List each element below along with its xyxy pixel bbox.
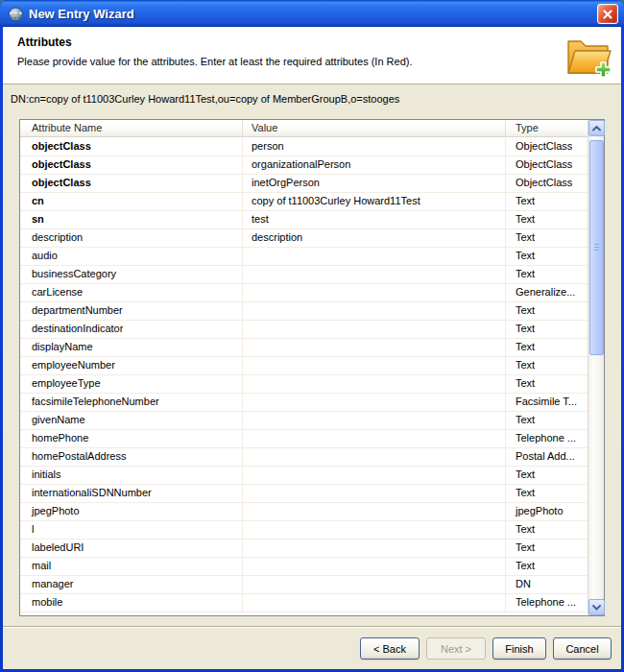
table-row[interactable]: mailText bbox=[20, 558, 588, 576]
value-cell[interactable] bbox=[243, 357, 506, 374]
table-row[interactable]: displayNameText bbox=[20, 339, 588, 357]
attribute-name-cell[interactable]: employeeNumber bbox=[20, 357, 243, 374]
scroll-up-button[interactable] bbox=[588, 120, 605, 136]
value-cell[interactable] bbox=[243, 540, 506, 557]
table-row[interactable]: labeledURIText bbox=[20, 540, 588, 558]
attribute-name-cell[interactable]: l bbox=[20, 521, 243, 539]
next-button[interactable]: Next > bbox=[426, 637, 486, 660]
value-cell[interactable] bbox=[243, 394, 506, 411]
value-cell[interactable] bbox=[243, 448, 506, 466]
attribute-name-cell[interactable]: homePostalAddress bbox=[20, 448, 243, 466]
value-cell[interactable] bbox=[243, 302, 506, 320]
column-header-attribute-name[interactable]: Attribute Name bbox=[20, 120, 243, 136]
table-row[interactable]: homePostalAddressPostal Add... bbox=[20, 448, 588, 467]
value-cell[interactable] bbox=[243, 266, 506, 283]
value-cell[interactable]: inetOrgPerson bbox=[243, 175, 506, 192]
attribute-name-cell[interactable]: businessCategory bbox=[20, 266, 243, 283]
type-cell[interactable]: Postal Add... bbox=[506, 448, 588, 466]
attribute-name-cell[interactable]: description bbox=[20, 229, 243, 247]
value-cell[interactable] bbox=[243, 321, 506, 338]
column-header-value[interactable]: Value bbox=[243, 120, 506, 136]
value-cell[interactable] bbox=[243, 576, 506, 593]
type-cell[interactable]: Text bbox=[506, 412, 588, 429]
table-row[interactable]: lText bbox=[20, 521, 588, 540]
attribute-name-cell[interactable]: homePhone bbox=[20, 430, 243, 447]
type-cell[interactable]: Text bbox=[506, 321, 588, 338]
attribute-name-cell[interactable]: objectClass bbox=[20, 138, 243, 156]
value-cell[interactable]: organizationalPerson bbox=[243, 156, 506, 174]
attribute-name-cell[interactable]: departmentNumber bbox=[20, 302, 243, 320]
type-cell[interactable]: Text bbox=[506, 339, 588, 356]
table-row[interactable]: objectClasspersonObjectClass bbox=[20, 138, 588, 156]
value-cell[interactable] bbox=[243, 430, 506, 447]
attribute-name-cell[interactable]: carLicense bbox=[20, 284, 243, 301]
type-cell[interactable]: Text bbox=[506, 266, 588, 283]
table-row[interactable]: objectClassorganizationalPersonObjectCla… bbox=[20, 156, 588, 175]
value-cell[interactable] bbox=[243, 521, 506, 539]
value-cell[interactable]: test bbox=[243, 211, 506, 228]
table-row[interactable]: businessCategoryText bbox=[20, 266, 588, 284]
type-cell[interactable]: jpegPhoto bbox=[506, 503, 588, 520]
table-row[interactable]: managerDN bbox=[20, 576, 588, 594]
type-cell[interactable]: ObjectClass bbox=[506, 175, 588, 192]
value-cell[interactable]: description bbox=[243, 229, 506, 247]
type-cell[interactable]: Text bbox=[506, 558, 588, 575]
table-row[interactable]: audioText bbox=[20, 248, 588, 266]
value-cell[interactable] bbox=[243, 412, 506, 429]
type-cell[interactable]: Text bbox=[506, 229, 588, 247]
type-cell[interactable]: ObjectClass bbox=[506, 138, 588, 156]
table-row[interactable]: sntestText bbox=[20, 211, 588, 229]
cancel-button[interactable]: Cancel bbox=[553, 637, 612, 660]
attribute-name-cell[interactable]: destinationIndicator bbox=[20, 321, 243, 338]
table-row[interactable]: facsimileTelephoneNumberFacsimile T... bbox=[20, 394, 588, 412]
type-cell[interactable]: ObjectClass bbox=[506, 156, 588, 174]
table-row[interactable]: initialsText bbox=[20, 467, 588, 485]
type-cell[interactable]: Telephone ... bbox=[506, 430, 588, 447]
table-row[interactable]: departmentNumberText bbox=[20, 302, 588, 321]
type-cell[interactable]: Text bbox=[506, 375, 588, 393]
table-row[interactable]: employeeNumberText bbox=[20, 357, 588, 375]
attribute-name-cell[interactable]: mail bbox=[20, 558, 243, 575]
type-cell[interactable]: Generalize... bbox=[506, 284, 588, 301]
value-cell[interactable] bbox=[243, 339, 506, 356]
table-row[interactable]: cncopy of t11003Curley Howard11TestText bbox=[20, 193, 588, 211]
table-row[interactable]: carLicenseGeneralize... bbox=[20, 284, 588, 302]
type-cell[interactable]: Telephone ... bbox=[506, 594, 588, 612]
attribute-name-cell[interactable]: givenName bbox=[20, 412, 243, 429]
value-cell[interactable] bbox=[243, 284, 506, 301]
column-header-type[interactable]: Type bbox=[506, 120, 588, 136]
value-cell[interactable]: person bbox=[243, 138, 506, 156]
attribute-name-cell[interactable]: employeeType bbox=[20, 375, 243, 393]
scroll-down-button[interactable] bbox=[588, 599, 605, 615]
close-button[interactable] bbox=[597, 4, 618, 24]
attribute-name-cell[interactable]: labeledURI bbox=[20, 540, 243, 557]
type-cell[interactable]: Text bbox=[506, 521, 588, 539]
table-row[interactable]: mobileTelephone ... bbox=[20, 594, 588, 612]
table-row[interactable]: destinationIndicatorText bbox=[20, 321, 588, 339]
table-row[interactable]: objectClassinetOrgPersonObjectClass bbox=[20, 175, 588, 193]
attribute-name-cell[interactable]: audio bbox=[20, 248, 243, 265]
back-button[interactable]: < Back bbox=[360, 637, 420, 660]
table-row[interactable]: internationaliSDNNumberText bbox=[20, 485, 588, 503]
value-cell[interactable] bbox=[243, 558, 506, 575]
attribute-name-cell[interactable]: manager bbox=[20, 576, 243, 593]
value-cell[interactable]: copy of t11003Curley Howard11Test bbox=[243, 193, 506, 210]
type-cell[interactable]: Text bbox=[506, 302, 588, 320]
value-cell[interactable] bbox=[243, 485, 506, 502]
type-cell[interactable]: Facsimile T... bbox=[506, 394, 588, 411]
attribute-name-cell[interactable]: mobile bbox=[20, 594, 243, 612]
finish-button[interactable]: Finish bbox=[492, 637, 546, 660]
type-cell[interactable]: Text bbox=[506, 485, 588, 502]
type-cell[interactable]: Text bbox=[506, 211, 588, 228]
attribute-name-cell[interactable]: displayName bbox=[20, 339, 243, 356]
table-row[interactable]: descriptiondescriptionText bbox=[20, 229, 588, 248]
vertical-scrollbar[interactable] bbox=[588, 120, 604, 615]
type-cell[interactable]: Text bbox=[506, 248, 588, 265]
attribute-name-cell[interactable]: jpegPhoto bbox=[20, 503, 243, 520]
table-row[interactable]: homePhoneTelephone ... bbox=[20, 430, 588, 448]
type-cell[interactable]: Text bbox=[506, 357, 588, 374]
value-cell[interactable] bbox=[243, 503, 506, 520]
type-cell[interactable]: Text bbox=[506, 540, 588, 557]
attribute-name-cell[interactable]: objectClass bbox=[20, 175, 243, 192]
attribute-name-cell[interactable]: initials bbox=[20, 467, 243, 484]
